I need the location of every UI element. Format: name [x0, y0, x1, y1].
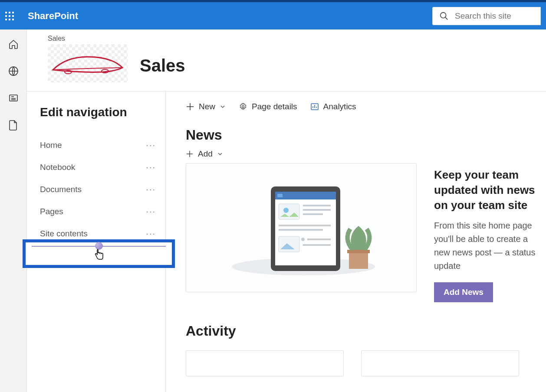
more-icon[interactable]: ···: [146, 206, 156, 216]
svg-point-24: [283, 208, 289, 213]
news-promo-description: From this site home page you'll be able …: [434, 219, 546, 273]
cursor-pointer-icon: [94, 248, 104, 264]
nav-item-documents[interactable]: Documents ···: [40, 178, 158, 200]
search-box[interactable]: [432, 7, 541, 25]
svg-point-11: [242, 106, 244, 108]
svg-rect-3: [10, 95, 17, 101]
app-launcher-icon[interactable]: [5, 12, 14, 20]
app-bar: [0, 29, 27, 392]
more-icon[interactable]: ···: [146, 229, 156, 238]
new-button[interactable]: New: [186, 102, 226, 111]
plus-icon: [186, 102, 194, 111]
svg-rect-23: [279, 204, 299, 219]
svg-point-0: [441, 12, 446, 18]
news-teaching-card: [186, 163, 417, 292]
suite-header: SharePoint: [0, 2, 546, 29]
chevron-down-icon: [220, 104, 226, 110]
new-label: New: [199, 102, 215, 111]
news-promo-heading: Keep your team updated with news on your…: [434, 167, 546, 213]
search-input[interactable]: [455, 11, 534, 21]
nav-drop-target[interactable]: [23, 239, 175, 268]
svg-rect-20: [275, 192, 336, 265]
edit-navigation-panel: Edit navigation Home ··· Notebook ··· Do…: [27, 91, 166, 392]
nav-item-label: Documents: [40, 185, 82, 194]
nav-item-label: Home: [40, 140, 62, 150]
news-icon[interactable]: [8, 93, 19, 103]
svg-rect-22: [277, 194, 283, 197]
activity-card[interactable]: [186, 350, 344, 376]
nav-item-label: Site contents: [40, 229, 88, 238]
page-canvas: New Page details Analytics News Ad: [166, 91, 546, 392]
nav-item-label: Pages: [40, 207, 63, 216]
nav-item-label: Notebook: [40, 163, 75, 172]
home-icon[interactable]: [8, 39, 19, 49]
news-add-label: Add: [198, 149, 213, 159]
analytics-icon: [310, 102, 319, 111]
site-breadcrumb[interactable]: Sales: [48, 35, 128, 42]
svg-rect-30: [279, 236, 299, 252]
globe-icon[interactable]: [8, 66, 19, 76]
search-icon: [439, 11, 449, 21]
news-section-title: News: [186, 127, 546, 143]
analytics-button[interactable]: Analytics: [310, 102, 356, 111]
svg-rect-21: [275, 192, 336, 199]
svg-line-1: [445, 17, 448, 20]
add-news-button[interactable]: Add News: [434, 282, 493, 302]
site-logo[interactable]: [48, 44, 128, 82]
file-icon[interactable]: [9, 120, 18, 131]
svg-rect-34: [349, 252, 368, 269]
more-icon[interactable]: ···: [146, 184, 156, 194]
nav-item-notebook[interactable]: Notebook ···: [40, 156, 158, 178]
site-header: Sales Sales: [27, 29, 546, 91]
site-title: Sales: [140, 56, 185, 82]
gear-icon: [239, 102, 247, 111]
plus-icon: [186, 150, 194, 158]
more-icon[interactable]: ···: [146, 140, 156, 150]
nav-item-site-contents[interactable]: Site contents ···: [40, 222, 158, 239]
news-add-button[interactable]: Add: [186, 149, 546, 159]
analytics-label: Analytics: [323, 102, 356, 111]
brand-label[interactable]: SharePoint: [28, 10, 78, 22]
page-details-button[interactable]: Page details: [239, 102, 297, 111]
chevron-down-icon: [217, 151, 223, 157]
page-details-label: Page details: [252, 102, 297, 111]
news-illustration: [223, 173, 379, 282]
activity-cards: [186, 350, 546, 376]
svg-point-31: [301, 238, 305, 241]
activity-section-title: Activity: [186, 323, 546, 339]
nav-panel-title: Edit navigation: [40, 105, 158, 119]
nav-item-pages[interactable]: Pages ···: [40, 200, 158, 222]
command-bar: New Page details Analytics: [186, 102, 546, 111]
nav-item-home[interactable]: Home ···: [40, 134, 158, 156]
activity-card[interactable]: [361, 350, 519, 376]
more-icon[interactable]: ···: [146, 162, 156, 172]
